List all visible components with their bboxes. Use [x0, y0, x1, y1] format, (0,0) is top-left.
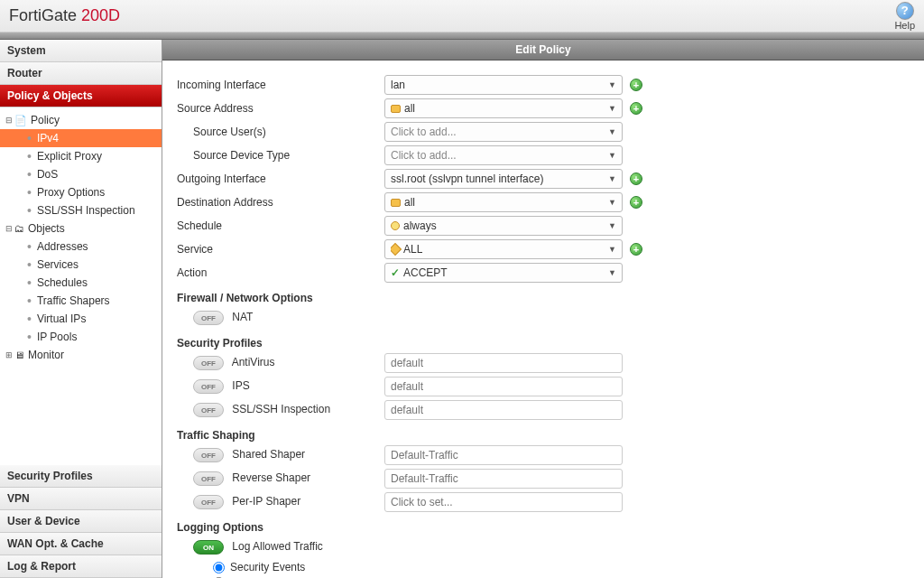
app-title: FortiGate 200D [9, 6, 120, 25]
add-outgoing-interface-button[interactable]: + [630, 172, 642, 185]
toolbar-strip [0, 33, 924, 40]
sslssh-input[interactable] [384, 400, 623, 420]
incoming-interface-select[interactable]: lan ▼ [384, 75, 623, 95]
collapse-icon[interactable]: ⊟ [5, 224, 14, 233]
sidebar-item-policy-objects[interactable]: Policy & Objects [0, 85, 162, 107]
objects-icon: 🗂 [14, 223, 24, 234]
nat-toggle[interactable]: OFF [193, 311, 224, 325]
action-select[interactable]: ✓ACCEPT ▼ [384, 263, 623, 283]
sidebar-item-system[interactable]: System [0, 40, 162, 62]
tree-node-explicit-proxy[interactable]: •Explicit Proxy [0, 147, 162, 165]
monitor-icon: 🖥 [14, 350, 24, 360]
row-log-allowed: ON Log Allowed Traffic [177, 540, 384, 555]
perip-shaper-toggle[interactable]: OFF [193, 495, 224, 509]
row-perip-shaper: OFF Per-IP Shaper [177, 495, 384, 510]
perip-shaper-input[interactable] [384, 492, 623, 512]
row-ips: OFF IPS [177, 379, 384, 395]
antivirus-input[interactable] [384, 353, 623, 373]
tree-node-ip-pools[interactable]: •IP Pools [0, 328, 162, 346]
folder-icon [391, 105, 401, 113]
label-schedule: Schedule [177, 219, 384, 232]
tree-node-services[interactable]: •Services [0, 256, 162, 274]
label-incoming-interface: Incoming Interface [177, 79, 384, 91]
source-users-select[interactable]: Click to add... ▼ [384, 122, 623, 142]
row-shared-shaper: OFF Shared Shaper [177, 448, 384, 463]
label-action: Action [177, 266, 384, 279]
policy-form: Incoming Interface lan ▼ + Source Addres… [162, 61, 924, 578]
heading-logging: Logging Options [177, 521, 910, 534]
tree-node-monitor[interactable]: ⊞ 🖥 Monitor [0, 346, 162, 364]
reverse-shaper-toggle[interactable]: OFF [193, 471, 224, 486]
tree-node-dos[interactable]: •DoS [0, 165, 162, 183]
ips-toggle[interactable]: OFF [193, 379, 224, 394]
heading-firewall: Firewall / Network Options [177, 292, 910, 304]
clock-icon [391, 221, 400, 230]
folder-icon: 📄 [14, 115, 27, 126]
ips-input[interactable] [384, 377, 623, 396]
heading-security-profiles: Security Profiles [177, 337, 910, 350]
sidebar-item-log-report[interactable]: Log & Report [0, 555, 162, 578]
source-address-select[interactable]: all ▼ [384, 98, 623, 118]
tree-node-schedules[interactable]: •Schedules [0, 274, 162, 292]
help-button[interactable]: ? Help [894, 2, 915, 31]
sidebar-item-router[interactable]: Router [0, 62, 162, 85]
label-service: Service [177, 243, 384, 256]
sidebar-item-vpn[interactable]: VPN [0, 488, 162, 510]
expand-icon[interactable]: ⊞ [5, 350, 14, 359]
sidebar-tree: ⊟ 📄 Policy •IPv4 •Explicit Proxy •DoS •P… [0, 107, 162, 465]
label-destination-address: Destination Address [177, 196, 384, 209]
reverse-shaper-input[interactable] [384, 469, 623, 489]
label-outgoing-interface: Outgoing Interface [177, 172, 384, 185]
sidebar-bottom: Security Profiles VPN User & Device WAN … [0, 465, 162, 578]
tree-node-sslssh-inspection[interactable]: •SSL/SSH Inspection [0, 201, 162, 219]
chevron-down-icon: ▼ [608, 80, 616, 89]
chevron-down-icon: ▼ [608, 127, 616, 136]
page-title: Edit Policy [162, 40, 924, 61]
add-service-button[interactable]: + [630, 243, 642, 256]
radio-security-events[interactable]: Security Events [177, 561, 910, 573]
schedule-select[interactable]: always ▼ [384, 216, 623, 236]
tree-node-policy[interactable]: ⊟ 📄 Policy [0, 111, 162, 129]
check-icon: ✓ [391, 266, 400, 279]
sidebar-item-user-device[interactable]: User & Device [0, 510, 162, 533]
chevron-down-icon: ▼ [608, 151, 616, 160]
add-destination-address-button[interactable]: + [630, 196, 642, 209]
source-device-type-select[interactable]: Click to add... ▼ [384, 145, 623, 165]
folder-icon [391, 199, 401, 207]
chevron-down-icon: ▼ [608, 174, 616, 183]
service-select[interactable]: ALL ▼ [384, 239, 623, 259]
sslssh-toggle[interactable]: OFF [193, 403, 224, 417]
sidebar-item-wan-opt[interactable]: WAN Opt. & Cache [0, 533, 162, 555]
shared-shaper-toggle[interactable]: OFF [193, 448, 224, 462]
app-header: FortiGate 200D ? Help [0, 0, 924, 33]
chevron-down-icon: ▼ [608, 198, 616, 207]
label-source-device-type: Source Device Type [177, 149, 384, 162]
antivirus-toggle[interactable]: OFF [193, 356, 224, 370]
tree-node-traffic-shapers[interactable]: •Traffic Shapers [0, 292, 162, 310]
tree-node-objects[interactable]: ⊟ 🗂 Objects [0, 219, 162, 238]
outgoing-interface-select[interactable]: ssl.root (sslvpn tunnel interface) ▼ [384, 169, 623, 189]
add-incoming-interface-button[interactable]: + [630, 79, 642, 91]
log-allowed-toggle[interactable]: ON [193, 540, 224, 555]
heading-traffic-shaping: Traffic Shaping [177, 429, 910, 442]
collapse-icon[interactable]: ⊟ [5, 116, 14, 125]
row-nat: OFF NAT [177, 311, 384, 326]
main-panel: Edit Policy Incoming Interface lan ▼ + S… [162, 40, 924, 578]
label-source-address: Source Address [177, 102, 384, 115]
help-icon: ? [896, 2, 914, 20]
shared-shaper-input[interactable] [384, 445, 623, 465]
tree-node-proxy-options[interactable]: •Proxy Options [0, 183, 162, 201]
label-source-users: Source User(s) [177, 126, 384, 138]
chevron-down-icon: ▼ [608, 268, 616, 277]
tree-node-addresses[interactable]: •Addresses [0, 238, 162, 256]
destination-address-select[interactable]: all ▼ [384, 192, 623, 212]
row-antivirus: OFF AntiVirus [177, 356, 384, 371]
sidebar-item-security-profiles[interactable]: Security Profiles [0, 465, 162, 488]
service-icon [391, 243, 402, 256]
security-events-radio[interactable] [213, 562, 225, 573]
add-source-address-button[interactable]: + [630, 102, 642, 115]
chevron-down-icon: ▼ [608, 104, 616, 113]
tree-node-virtual-ips[interactable]: •Virtual IPs [0, 310, 162, 328]
sidebar: System Router Policy & Objects ⊟ 📄 Polic… [0, 40, 162, 578]
tree-node-ipv4[interactable]: •IPv4 [0, 129, 162, 147]
